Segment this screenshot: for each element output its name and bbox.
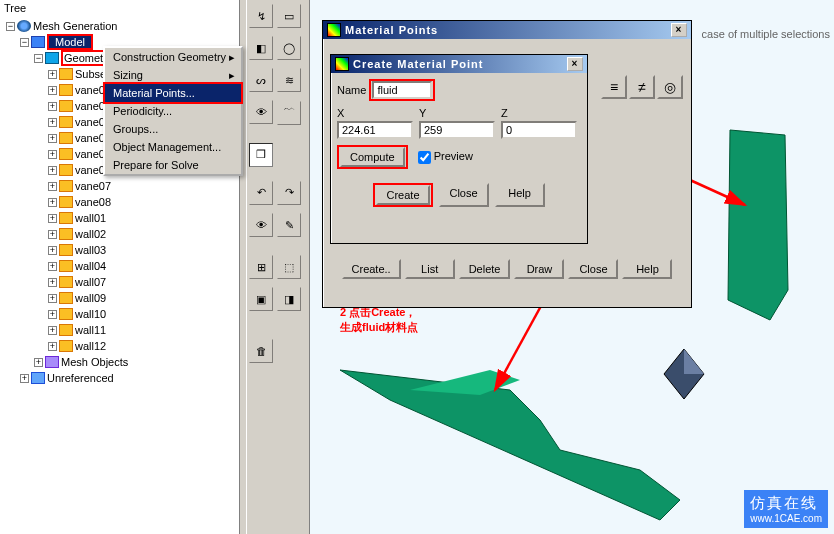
tree-item[interactable]: +wall03	[2, 242, 237, 258]
3d-cube-icon[interactable]: ❒	[249, 143, 273, 167]
tree-item[interactable]: +vane08	[2, 194, 237, 210]
expand-icon[interactable]: +	[48, 118, 57, 127]
name-input[interactable]	[372, 81, 432, 99]
tree-item-label: wall04	[75, 260, 106, 272]
tree-title: Tree	[0, 0, 239, 16]
app-icon	[335, 57, 349, 71]
z-input[interactable]	[501, 121, 577, 139]
preview-checkbox[interactable]	[418, 151, 431, 164]
list-button[interactable]: List	[405, 259, 455, 279]
meridians-icon[interactable]: ≡	[601, 75, 627, 99]
delete-button[interactable]: Delete	[459, 259, 511, 279]
collapse-icon[interactable]: −	[6, 22, 15, 31]
expand-icon[interactable]: +	[48, 134, 57, 143]
expand-icon[interactable]: +	[34, 358, 43, 367]
create-list-button[interactable]: Create..	[342, 259, 401, 279]
eye2-icon[interactable]: 👁	[249, 213, 273, 237]
target-icon[interactable]: ◎	[657, 75, 683, 99]
pencil-icon[interactable]: ✎	[277, 213, 301, 237]
tree-item[interactable]: +wall04	[2, 258, 237, 274]
help-button[interactable]: Help	[622, 259, 672, 279]
context-menu-item[interactable]: Prepare for Solve	[105, 156, 241, 174]
dialog-titlebar[interactable]: Material Points ×	[323, 21, 691, 39]
expand-icon[interactable]: +	[48, 70, 57, 79]
shade-icon[interactable]: ◨	[277, 287, 301, 311]
undo-icon[interactable]: ↶	[249, 181, 273, 205]
axis-icon[interactable]: ↯	[249, 4, 273, 28]
draw-button[interactable]: Draw	[514, 259, 564, 279]
curves-icon[interactable]: ᔕ	[249, 68, 273, 92]
expand-icon[interactable]: +	[20, 374, 29, 383]
mesh-icon	[45, 356, 59, 368]
expand-icon[interactable]: +	[48, 214, 57, 223]
y-input[interactable]	[419, 121, 495, 139]
tree-item-label: vane07	[75, 180, 111, 192]
tree-item[interactable]: +wall01	[2, 210, 237, 226]
folder-icon	[59, 292, 73, 304]
expand-icon[interactable]: +	[48, 278, 57, 287]
close-icon[interactable]: ×	[671, 23, 687, 37]
collapse-icon[interactable]: −	[20, 38, 29, 47]
expand-icon[interactable]: +	[48, 342, 57, 351]
close-button[interactable]: Close	[568, 259, 618, 279]
help-button-inner[interactable]: Help	[495, 183, 545, 207]
collapse-icon[interactable]: −	[34, 54, 43, 63]
expand-icon[interactable]: +	[48, 182, 57, 191]
trash-icon[interactable]: 🗑	[249, 339, 273, 363]
tree-unreferenced[interactable]: + Unreferenced	[2, 370, 237, 386]
compute-button[interactable]: Compute	[340, 147, 405, 167]
vertical-toolbar: ↯▭ ◧◯ ᔕ≋ 👁﹋ ❒ ↶↷ 👁✎ ⊞⬚ ▣◨ 🗑	[246, 0, 310, 534]
expand-icon[interactable]: +	[48, 86, 57, 95]
tree-item[interactable]: +vane07	[2, 178, 237, 194]
redo-icon[interactable]: ↷	[277, 181, 301, 205]
box-icon[interactable]: ▭	[277, 4, 301, 28]
cube-icon[interactable]: ◧	[249, 36, 273, 60]
wireframe-icon[interactable]: ⬚	[277, 255, 301, 279]
tree-item[interactable]: +wall11	[2, 322, 237, 338]
expand-icon[interactable]: +	[48, 150, 57, 159]
grid-icon[interactable]: ⊞	[249, 255, 273, 279]
folder-icon	[59, 260, 73, 272]
expand-icon[interactable]: +	[48, 246, 57, 255]
tree-root[interactable]: − Mesh Generation	[2, 18, 237, 34]
context-menu-item[interactable]: Object Management...	[105, 138, 241, 156]
cylinder-icon[interactable]: ◯	[277, 36, 301, 60]
folder-icon	[59, 84, 73, 96]
folder-icon	[59, 196, 73, 208]
dialog-titlebar[interactable]: Create Material Point ×	[331, 55, 587, 73]
expand-icon[interactable]: +	[48, 310, 57, 319]
tree-item[interactable]: +wall12	[2, 338, 237, 354]
tree-item[interactable]: +wall09	[2, 290, 237, 306]
cube2-icon[interactable]: ▣	[249, 287, 273, 311]
context-menu-item[interactable]: Sizing▸	[105, 66, 241, 84]
dialog-title: Material Points	[345, 24, 438, 36]
tree-item[interactable]: +wall02	[2, 226, 237, 242]
context-menu-item[interactable]: Material Points...	[105, 84, 241, 102]
create-button[interactable]: Create	[376, 185, 429, 205]
context-menu-item[interactable]: Periodicity...	[105, 102, 241, 120]
name-label: Name	[337, 84, 366, 96]
tree-item-label: wall09	[75, 292, 106, 304]
lashes-icon[interactable]: ﹋	[277, 101, 301, 125]
expand-icon[interactable]: +	[48, 198, 57, 207]
close-button-inner[interactable]: Close	[439, 183, 489, 207]
tree-mesh-objects[interactable]: + Mesh Objects	[2, 354, 237, 370]
expand-icon[interactable]: +	[48, 262, 57, 271]
tree-item[interactable]: +wall10	[2, 306, 237, 322]
tree-item[interactable]: +wall07	[2, 274, 237, 290]
folder-icon	[59, 164, 73, 176]
expand-icon[interactable]: +	[48, 230, 57, 239]
context-menu-item[interactable]: Groups...	[105, 120, 241, 138]
bars-x-icon[interactable]: ≠	[629, 75, 655, 99]
expand-icon[interactable]: +	[48, 102, 57, 111]
eye-icon[interactable]: 👁	[249, 100, 273, 124]
surface-icon[interactable]: ≋	[277, 68, 301, 92]
preview-checkbox-label[interactable]: Preview	[418, 150, 473, 164]
context-menu-item[interactable]: Construction Geometry▸	[105, 48, 241, 66]
expand-icon[interactable]: +	[48, 166, 57, 175]
x-input[interactable]	[337, 121, 413, 139]
close-icon[interactable]: ×	[567, 57, 583, 71]
expand-icon[interactable]: +	[48, 326, 57, 335]
expand-icon[interactable]: +	[48, 294, 57, 303]
tree-model-label: Model	[47, 34, 93, 50]
